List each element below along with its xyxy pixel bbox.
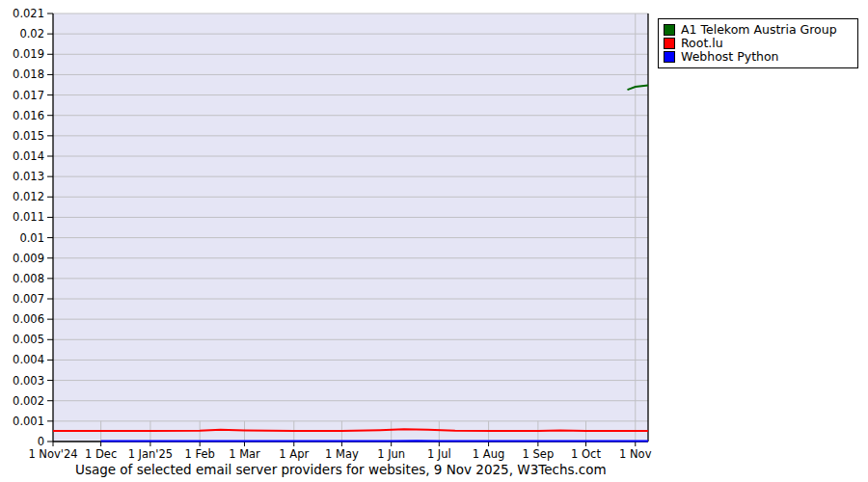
legend-label-root-lu: Root.lu bbox=[681, 37, 723, 49]
y-tick-label: 0.006 bbox=[13, 312, 44, 326]
y-tick-label: 0.013 bbox=[13, 170, 44, 183]
y-tick-label: 0.01 bbox=[19, 231, 44, 245]
x-tick-label: 1 Jun bbox=[377, 447, 405, 461]
w3techs-usage-chart: 00.0010.0020.0030.0040.0050.0060.0070.00… bbox=[0, 0, 868, 482]
y-tick-label: 0.018 bbox=[13, 67, 44, 81]
y-tick-label: 0.019 bbox=[13, 47, 44, 61]
legend-swatch-root-lu-icon bbox=[664, 38, 675, 49]
legend-item-webhost-python: Webhost Python bbox=[664, 50, 853, 63]
y-tick-label: 0.001 bbox=[13, 415, 44, 428]
y-tick-label: 0.015 bbox=[13, 129, 44, 143]
x-tick-label: 1 Aug bbox=[473, 447, 504, 461]
y-tick-label: 0 bbox=[38, 435, 44, 448]
chart-title: Usage of selected email server providers… bbox=[75, 462, 607, 477]
legend-swatch-webhost-python-icon bbox=[664, 51, 675, 63]
plot-area bbox=[53, 13, 648, 442]
y-tick-label: 0.009 bbox=[13, 252, 44, 265]
y-tick-label: 0.008 bbox=[13, 272, 44, 285]
x-tick-label: 1 Jul bbox=[427, 447, 451, 461]
y-tick-label: 0.011 bbox=[13, 210, 44, 224]
chart-canvas: 00.0010.0020.0030.0040.0050.0060.0070.00… bbox=[0, 0, 868, 482]
legend: A1 Telekom Austria Group Root.lu Webhost… bbox=[658, 18, 858, 68]
y-tick-label: 0.005 bbox=[13, 333, 44, 346]
legend-label-a1-telekom: A1 Telekom Austria Group bbox=[681, 23, 837, 36]
x-tick-label: 1 Sep bbox=[523, 447, 555, 461]
y-tick-label: 0.002 bbox=[13, 394, 44, 408]
y-tick-label: 0.021 bbox=[13, 7, 44, 20]
y-tick-label: 0.004 bbox=[13, 353, 44, 366]
y-tick-label: 0.017 bbox=[13, 89, 44, 102]
x-tick-label: 1 Dec bbox=[85, 447, 117, 461]
legend-item-a1-telekom: A1 Telekom Austria Group bbox=[664, 23, 853, 36]
y-tick-label: 0.014 bbox=[13, 149, 44, 163]
y-tick-label: 0.016 bbox=[13, 109, 44, 122]
x-tick-label: 1 Oct bbox=[571, 447, 601, 461]
y-tick-label: 0.003 bbox=[13, 374, 44, 388]
y-tick-label: 0.012 bbox=[13, 190, 44, 203]
x-tick-label: 1 Mar bbox=[229, 447, 260, 461]
legend-item-root-lu: Root.lu bbox=[664, 37, 853, 49]
y-tick-label: 0.02 bbox=[19, 27, 44, 40]
x-tick-label: 1 Nov bbox=[619, 447, 652, 461]
legend-label-webhost-python: Webhost Python bbox=[681, 50, 779, 63]
legend-swatch-a1-telekom-icon bbox=[664, 24, 675, 36]
x-tick-label: 1 Nov'24 bbox=[28, 447, 77, 461]
x-tick-label: 1 Jan'25 bbox=[128, 447, 174, 461]
x-tick-label: 1 May bbox=[325, 447, 359, 461]
y-tick-label: 0.007 bbox=[13, 292, 44, 306]
x-tick-label: 1 Feb bbox=[185, 447, 215, 461]
x-tick-label: 1 Apr bbox=[279, 447, 309, 461]
